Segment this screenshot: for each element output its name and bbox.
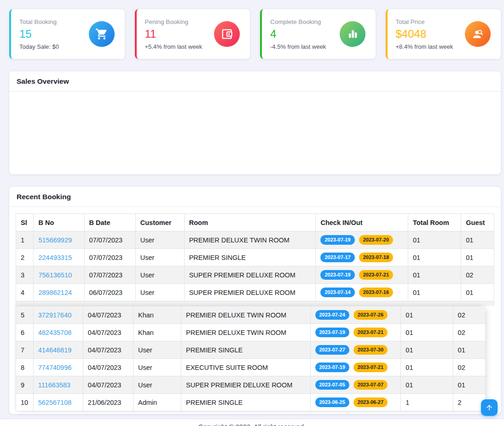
check-in-badge: 2023-07-14 — [320, 288, 354, 297]
table-row: 6 482435708 04/07/2023 Khan PREMIER DELU… — [16, 324, 486, 341]
back-to-top-button[interactable] — [481, 399, 498, 416]
cell-total-room: 01 — [401, 376, 453, 394]
cell-sl: 1 — [16, 231, 34, 249]
cell-room: SUPER PREMIER DELUXE ROOM — [181, 376, 311, 394]
cell-guest: 02 — [453, 306, 485, 324]
stat-cards-row: Total Booking 15 Today Sale: $0 Pening B… — [0, 0, 504, 59]
cell-booking-date: 07/07/2023 — [84, 249, 135, 266]
cell-total-room: 01 — [408, 249, 461, 266]
column-header: Room — [184, 214, 316, 231]
cell-sl: 5 — [16, 306, 34, 324]
cell-total-room: 01 — [401, 324, 453, 341]
user-icon — [465, 21, 491, 47]
booking-number-link[interactable]: 482435708 — [38, 329, 72, 336]
booking-number-link[interactable]: 774740996 — [38, 364, 72, 371]
stat-card-title: Pening Booking — [145, 18, 203, 25]
cell-booking-number: 482435708 — [33, 324, 83, 341]
table-header-row: SlB NoB DateCustomerRoomCheck IN/OutTota… — [16, 214, 494, 231]
cell-customer: User — [133, 359, 181, 376]
check-in-badge: 2023-07-27 — [315, 345, 349, 355]
booking-number-link[interactable]: 224493315 — [38, 254, 72, 261]
table-row: 3 756136510 07/07/2023 User SUPER PREMIE… — [16, 266, 494, 284]
cell-sl: 3 — [16, 266, 34, 284]
cell-customer: User — [135, 266, 184, 284]
cell-guest: 02 — [453, 324, 485, 341]
cell-customer: User — [135, 249, 184, 266]
cell-sl: 2 — [16, 249, 34, 266]
booking-number-link[interactable]: 289862124 — [38, 289, 72, 296]
cell-total-room: 01 — [408, 284, 461, 301]
check-in-badge: 2023-07-19 — [320, 235, 354, 245]
cell-guest: 01 — [461, 249, 494, 266]
stat-card-pending-booking: Pening Booking 11 +5.4% from last week — [135, 9, 250, 59]
check-out-badge: 2023-07-16 — [359, 288, 393, 297]
check-in-badge: 2023-07-19 — [315, 363, 349, 372]
wallet-icon — [214, 21, 240, 47]
cell-booking-number: 224493315 — [34, 249, 84, 266]
check-out-badge: 2023-07-21 — [353, 328, 388, 337]
cell-booking-date: 04/07/2023 — [83, 306, 133, 324]
cell-check-in-out: 2023-07-14 2023-07-16 — [316, 284, 408, 301]
cell-sl: 10 — [16, 394, 34, 411]
stat-card-total-booking: Total Booking 15 Today Sale: $0 — [9, 9, 125, 59]
cell-guest: 01 — [461, 231, 494, 249]
cell-check-in-out: 2023-06-25 2023-06-27 — [310, 394, 401, 411]
table-row: 7 414646819 04/07/2023 User PREMIER SING… — [16, 341, 486, 359]
cell-customer: User — [133, 376, 181, 394]
check-in-badge: 2023-07-24 — [315, 310, 349, 320]
table-row: 2 224493315 07/07/2023 User PREMIER SING… — [16, 249, 494, 266]
cell-booking-date: 06/07/2023 — [84, 284, 135, 301]
booking-number-link[interactable]: 111663583 — [38, 381, 70, 389]
stat-card-value: 4 — [270, 28, 326, 40]
table-row-stub — [16, 301, 494, 306]
check-in-badge: 2023-07-17 — [320, 253, 354, 262]
cell-total-room: 01 — [401, 341, 453, 359]
cell-total-room: 01 — [408, 266, 461, 284]
table-row: 4 289862124 06/07/2023 User SUPER PREMIE… — [16, 284, 494, 301]
column-header: Guest — [461, 214, 494, 231]
stat-card-subtext: +8.4% from last week — [396, 43, 453, 50]
booking-table: SlB NoB DateCustomerRoomCheck IN/OutTota… — [16, 213, 494, 301]
stat-card-total-price: Total Price $4048 +8.4% from last week — [386, 9, 501, 59]
booking-number-link[interactable]: 562567108 — [38, 399, 72, 406]
cell-sl: 7 — [16, 341, 34, 359]
stat-card-text: Complete Booking 4 -4.5% from last week — [270, 18, 326, 50]
stat-card-text: Total Price $4048 +8.4% from last week — [396, 18, 453, 50]
check-out-badge: 2023-07-18 — [359, 253, 393, 262]
recent-booking-card: Recent Booking SlB NoB DateCustomerRoomC… — [9, 187, 501, 414]
cell-sl: 6 — [16, 324, 34, 341]
cell-room: PREMIER DELUXE TWIN ROOM — [181, 306, 311, 324]
sales-overview-card: Sales Overview — [9, 71, 501, 174]
cell-booking-date: 04/07/2023 — [83, 376, 133, 394]
copyright-text: Copyright © 2023. All right reserved. — [198, 423, 306, 426]
cell-guest: 02 — [453, 359, 485, 376]
column-header: Check IN/Out — [316, 214, 408, 231]
check-in-badge: 2023-06-25 — [315, 397, 349, 407]
sales-overview-title: Sales Overview — [9, 71, 501, 92]
cell-check-in-out: 2023-07-17 2023-07-18 — [316, 249, 408, 266]
overlay-panel: 5 372917640 04/07/2023 Khan PREMIER DELU… — [16, 306, 486, 411]
cell-guest: 2 — [453, 394, 485, 411]
cell-booking-date: 07/07/2023 — [84, 231, 135, 249]
stat-card-subtext: -4.5% from last week — [270, 43, 326, 50]
stat-card-complete-booking: Complete Booking 4 -4.5% from last week — [260, 9, 376, 59]
cell-room: PREMIER SINGLE — [181, 394, 311, 411]
cell-customer: User — [135, 231, 184, 249]
booking-number-link[interactable]: 372917640 — [38, 311, 72, 319]
booking-number-link[interactable]: 414646819 — [38, 346, 72, 354]
table-row: 9 111663583 04/07/2023 User SUPER PREMIE… — [16, 376, 486, 394]
recent-booking-body: SlB NoB DateCustomerRoomCheck IN/OutTota… — [9, 207, 501, 414]
cell-booking-date: 04/07/2023 — [83, 359, 133, 376]
cell-booking-number: 111663583 — [33, 376, 83, 394]
cell-room: PREMIER DELUXE TWIN ROOM — [181, 324, 311, 341]
cell-customer: Khan — [133, 306, 181, 324]
cell-guest: 02 — [461, 266, 494, 284]
check-in-badge: 2023-07-05 — [315, 380, 349, 390]
cell-check-in-out: 2023-07-19 2023-07-20 — [316, 231, 408, 249]
check-in-badge: 2023-07-19 — [315, 328, 349, 337]
booking-number-link[interactable]: 756136510 — [38, 271, 72, 279]
stat-card-title: Complete Booking — [270, 18, 326, 25]
recent-booking-title: Recent Booking — [9, 187, 501, 207]
booking-number-link[interactable]: 515669929 — [38, 236, 72, 244]
stat-card-value: 11 — [145, 28, 203, 40]
